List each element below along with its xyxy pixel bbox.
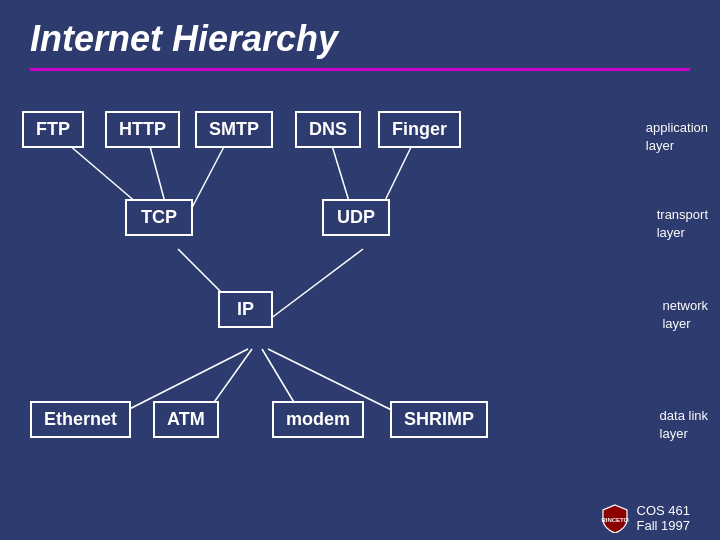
svg-line-6 xyxy=(270,249,363,319)
ftp-node: FTP xyxy=(22,111,84,148)
ethernet-node: Ethernet xyxy=(30,401,131,438)
svg-text:PRINCETON: PRINCETON xyxy=(601,517,629,523)
transport-layer-label: transport layer xyxy=(657,206,708,242)
course-info: PRINCETON COS 461 Fall 1997 xyxy=(601,503,690,533)
smtp-node: SMTP xyxy=(195,111,273,148)
course-term: Fall 1997 xyxy=(637,518,690,533)
finger-node: Finger xyxy=(378,111,461,148)
shrimp-node: SHRIMP xyxy=(390,401,488,438)
page-title: Internet Hierarchy xyxy=(30,18,690,60)
application-layer-label: application layer xyxy=(646,119,708,155)
ip-node: IP xyxy=(218,291,273,328)
http-node: HTTP xyxy=(105,111,180,148)
network-layer-label: network layer xyxy=(662,297,708,333)
udp-node: UDP xyxy=(322,199,390,236)
shield-icon: PRINCETON xyxy=(601,503,629,533)
datalink-layer-label: data link layer xyxy=(660,407,708,443)
atm-node: ATM xyxy=(153,401,219,438)
dns-node: DNS xyxy=(295,111,361,148)
tcp-node: TCP xyxy=(125,199,193,236)
modem-node: modem xyxy=(272,401,364,438)
course-name: COS 461 xyxy=(637,503,690,518)
